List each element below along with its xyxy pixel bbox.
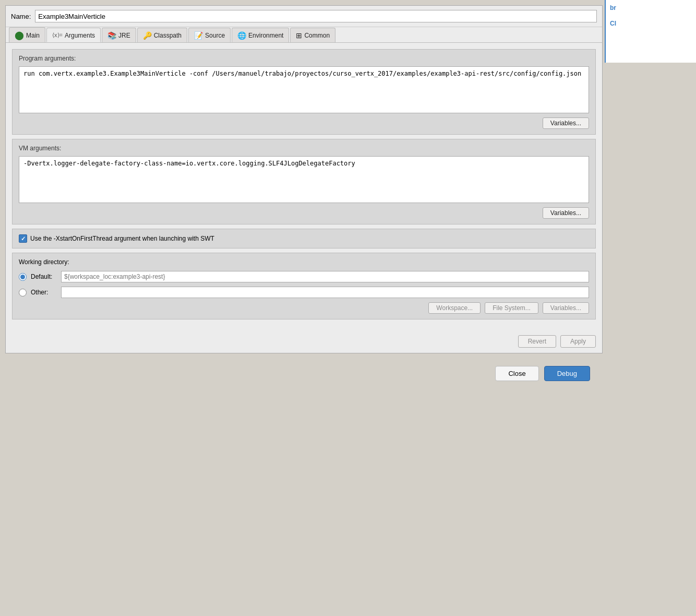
program-arguments-variables-button[interactable]: Variables... <box>543 117 589 129</box>
tab-source-label: Source <box>205 32 225 39</box>
close-button[interactable]: Close <box>495 366 538 381</box>
swt-checkbox-label: Use the -XstartOnFirstThread argument wh… <box>30 235 214 242</box>
common-icon: ⊞ <box>296 31 302 40</box>
vm-arguments-label: VM arguments: <box>19 145 589 152</box>
tab-main-label: Main <box>26 32 40 39</box>
workspace-button[interactable]: Workspace... <box>428 302 481 314</box>
other-radio-row: Other: <box>19 287 589 298</box>
working-directory-label: Working directory: <box>19 258 589 266</box>
tab-common-label: Common <box>304 32 330 39</box>
tab-common[interactable]: ⊞ Common <box>290 28 335 42</box>
right-edge-text-1: br <box>606 0 696 16</box>
tab-arguments[interactable]: ⟨x⟩= Arguments <box>46 28 101 42</box>
footer-bar: Close Debug <box>0 359 597 388</box>
classpath-icon: 🔑 <box>143 31 152 40</box>
tabs-bar: ⬤ Main ⟨x⟩= Arguments 📚 JRE 🔑 Classpath … <box>6 27 602 43</box>
tab-environment[interactable]: 🌐 Environment <box>232 28 289 42</box>
tab-jre[interactable]: 📚 JRE <box>102 28 136 42</box>
default-radio-button[interactable] <box>19 273 27 281</box>
jre-icon: 📚 <box>107 31 116 40</box>
tab-classpath-label: Classpath <box>154 32 182 39</box>
tab-environment-label: Environment <box>248 32 283 39</box>
working-directory-section: Working directory: Default: Other: Works… <box>12 253 596 319</box>
other-radio-button[interactable] <box>19 289 27 297</box>
name-label: Name: <box>11 13 31 20</box>
arguments-icon: ⟨x⟩= <box>52 32 63 39</box>
debug-button[interactable]: Debug <box>544 366 590 381</box>
filesystem-button[interactable]: File System... <box>485 302 538 314</box>
main-icon: ⬤ <box>15 30 24 40</box>
tab-arguments-label: Arguments <box>65 32 95 39</box>
environment-icon: 🌐 <box>237 31 246 40</box>
vm-arguments-textarea[interactable]: -Dvertx.logger-delegate-factory-class-na… <box>19 156 589 203</box>
swt-checkbox[interactable] <box>19 234 27 243</box>
tab-classpath[interactable]: 🔑 Classpath <box>137 28 187 42</box>
default-directory-input[interactable] <box>61 271 589 282</box>
bottom-bar: Revert Apply <box>6 330 602 353</box>
working-dir-variables-button[interactable]: Variables... <box>543 302 589 314</box>
tab-source[interactable]: 📝 Source <box>188 28 231 42</box>
program-arguments-section: Program arguments: run com.vertx.example… <box>12 49 596 135</box>
right-edge-panel: br CI <box>605 0 696 63</box>
apply-button[interactable]: Apply <box>560 335 596 348</box>
other-radio-label: Other: <box>31 289 57 296</box>
vm-arguments-variables-button[interactable]: Variables... <box>543 207 589 219</box>
name-input[interactable] <box>35 10 597 22</box>
other-directory-input[interactable] <box>61 287 589 298</box>
program-arguments-label: Program arguments: <box>19 55 589 62</box>
tab-jre-label: JRE <box>118 32 130 39</box>
default-radio-label: Default: <box>31 273 57 280</box>
vm-arguments-section: VM arguments: -Dvertx.logger-delegate-fa… <box>12 139 596 224</box>
swt-checkbox-row: Use the -XstartOnFirstThread argument wh… <box>12 229 596 248</box>
default-radio-row: Default: <box>19 271 589 282</box>
source-icon: 📝 <box>194 31 203 40</box>
revert-button[interactable]: Revert <box>518 335 556 348</box>
program-arguments-textarea[interactable]: run com.vertx.example3.Example3MainVerti… <box>19 66 589 113</box>
right-edge-text-2: CI <box>606 16 696 31</box>
tab-main[interactable]: ⬤ Main <box>9 27 45 42</box>
